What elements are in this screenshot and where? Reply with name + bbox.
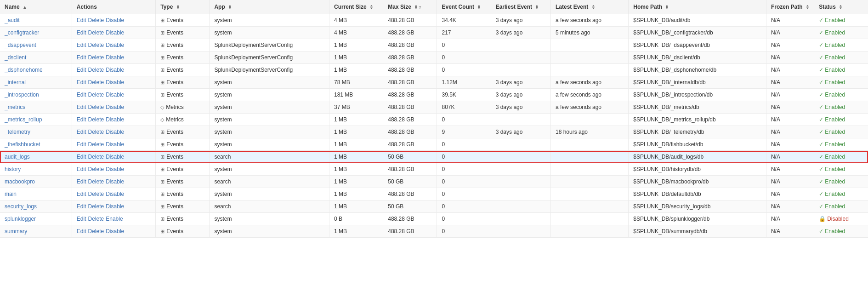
action-disable-button[interactable]: Disable bbox=[106, 104, 124, 110]
cell-latest-event bbox=[550, 64, 628, 76]
action-delete-button[interactable]: Delete bbox=[88, 178, 104, 185]
action-delete-button[interactable]: Delete bbox=[88, 216, 104, 222]
cell-current-size: 1 MB bbox=[329, 151, 383, 163]
col-header-event-count[interactable]: Event Count ⇕ bbox=[437, 0, 491, 14]
action-delete-button[interactable]: Delete bbox=[88, 129, 104, 135]
index-name-link[interactable]: _dsphonehome bbox=[5, 67, 43, 73]
action-disable-button[interactable]: Disable bbox=[106, 178, 124, 185]
action-delete-button[interactable]: Delete bbox=[88, 228, 104, 235]
cell-event-count: 0 bbox=[437, 51, 491, 64]
action-edit-button[interactable]: Edit bbox=[77, 29, 86, 36]
action-edit-button[interactable]: Edit bbox=[77, 141, 86, 148]
cell-frozen-path: N/A bbox=[766, 213, 814, 225]
action-delete-button[interactable]: Delete bbox=[88, 104, 104, 110]
cell-home-path: $SPLUNK_DB/audit_logs/db bbox=[629, 151, 766, 163]
col-header-status[interactable]: Status ⇕ bbox=[814, 0, 868, 14]
cell-name: _thefishbucket bbox=[0, 138, 72, 151]
action-disable-button[interactable]: Disable bbox=[106, 92, 124, 98]
action-disable-button[interactable]: Disable bbox=[106, 79, 124, 86]
index-name-link[interactable]: splunklogger bbox=[5, 216, 36, 222]
col-header-home-path[interactable]: Home Path ⇕ bbox=[629, 0, 766, 14]
cell-name: _metrics_rollup bbox=[0, 114, 72, 126]
action-edit-button[interactable]: Edit bbox=[77, 216, 86, 222]
action-delete-button[interactable]: Delete bbox=[88, 29, 104, 36]
action-delete-button[interactable]: Delete bbox=[88, 54, 104, 61]
index-name-link[interactable]: audit_logs bbox=[5, 154, 30, 160]
index-name-link[interactable]: _internal bbox=[5, 79, 26, 86]
index-name-link[interactable]: _metrics_rollup bbox=[5, 116, 42, 123]
action-edit-button[interactable]: Edit bbox=[77, 191, 86, 197]
action-delete-button[interactable]: Delete bbox=[88, 141, 104, 148]
action-delete-button[interactable]: Delete bbox=[88, 67, 104, 73]
col-header-name[interactable]: Name ▲ bbox=[0, 0, 72, 14]
action-disable-button[interactable]: Disable bbox=[106, 29, 124, 36]
index-name-link[interactable]: macbookpro bbox=[5, 178, 35, 185]
index-name-link[interactable]: history bbox=[5, 166, 21, 172]
action-enable-button[interactable]: Enable bbox=[106, 216, 123, 222]
action-disable-button[interactable]: Disable bbox=[106, 129, 124, 135]
action-disable-button[interactable]: Disable bbox=[106, 141, 124, 148]
action-disable-button[interactable]: Disable bbox=[106, 203, 124, 210]
action-edit-button[interactable]: Edit bbox=[77, 104, 86, 110]
check-icon: ✓ bbox=[819, 154, 823, 160]
cell-current-size: 37 MB bbox=[329, 101, 383, 114]
action-disable-button[interactable]: Disable bbox=[106, 54, 124, 61]
action-edit-button[interactable]: Edit bbox=[77, 54, 86, 61]
cell-home-path: $SPLUNK_DB/_dsphonehome/db bbox=[629, 64, 766, 76]
action-delete-button[interactable]: Delete bbox=[88, 116, 104, 123]
col-header-current-size[interactable]: Current Size ⇕ bbox=[329, 0, 383, 14]
action-delete-button[interactable]: Delete bbox=[88, 17, 104, 23]
index-name-link[interactable]: _metrics bbox=[5, 104, 25, 110]
action-disable-button[interactable]: Disable bbox=[106, 154, 124, 160]
index-name-link[interactable]: _configtracker bbox=[5, 29, 39, 36]
action-disable-button[interactable]: Disable bbox=[106, 228, 124, 235]
action-delete-button[interactable]: Delete bbox=[88, 166, 104, 172]
cell-latest-event bbox=[550, 138, 628, 151]
action-delete-button[interactable]: Delete bbox=[88, 154, 104, 160]
col-header-type[interactable]: Type ⇕ bbox=[156, 0, 210, 14]
action-edit-button[interactable]: Edit bbox=[77, 42, 86, 48]
col-header-frozen-path[interactable]: Frozen Path ⇕ bbox=[766, 0, 814, 14]
action-edit-button[interactable]: Edit bbox=[77, 116, 86, 123]
action-delete-button[interactable]: Delete bbox=[88, 203, 104, 210]
action-edit-button[interactable]: Edit bbox=[77, 178, 86, 185]
status-badge: ✓Enabled bbox=[819, 191, 845, 197]
action-edit-button[interactable]: Edit bbox=[77, 154, 86, 160]
col-header-max-size[interactable]: Max Size ⇕? bbox=[383, 0, 437, 14]
status-badge: ✓Enabled bbox=[819, 29, 845, 36]
index-name-link[interactable]: _telemetry bbox=[5, 129, 30, 135]
index-name-link[interactable]: main bbox=[5, 191, 17, 197]
action-edit-button[interactable]: Edit bbox=[77, 92, 86, 98]
action-edit-button[interactable]: Edit bbox=[77, 17, 86, 23]
action-delete-button[interactable]: Delete bbox=[88, 42, 104, 48]
index-name-link[interactable]: _dsappevent bbox=[5, 42, 36, 48]
cell-current-size: 1 MB bbox=[329, 64, 383, 76]
action-delete-button[interactable]: Delete bbox=[88, 191, 104, 197]
action-edit-button[interactable]: Edit bbox=[77, 79, 86, 86]
action-delete-button[interactable]: Delete bbox=[88, 92, 104, 98]
action-disable-button[interactable]: Disable bbox=[106, 166, 124, 172]
events-icon: ⊞ bbox=[160, 55, 165, 60]
cell-home-path: $SPLUNK_DB/defaultdb/db bbox=[629, 188, 766, 200]
col-header-earliest-event[interactable]: Earliest Event ⇕ bbox=[491, 0, 550, 14]
action-disable-button[interactable]: Disable bbox=[106, 116, 124, 123]
action-disable-button[interactable]: Disable bbox=[106, 67, 124, 73]
action-disable-button[interactable]: Disable bbox=[106, 42, 124, 48]
action-edit-button[interactable]: Edit bbox=[77, 129, 86, 135]
index-name-link[interactable]: _audit bbox=[5, 17, 20, 23]
action-disable-button[interactable]: Disable bbox=[106, 17, 124, 23]
action-edit-button[interactable]: Edit bbox=[77, 228, 86, 235]
action-delete-button[interactable]: Delete bbox=[88, 79, 104, 86]
col-header-app[interactable]: App ⇕ bbox=[210, 0, 329, 14]
index-name-link[interactable]: _introspection bbox=[5, 92, 39, 98]
action-edit-button[interactable]: Edit bbox=[77, 166, 86, 172]
index-name-link[interactable]: summary bbox=[5, 228, 27, 235]
col-header-latest-event[interactable]: Latest Event ⇕ bbox=[550, 0, 628, 14]
index-name-link[interactable]: _thefishbucket bbox=[5, 141, 40, 148]
sort-icon-app: ⇕ bbox=[228, 5, 232, 10]
index-name-link[interactable]: _dsclient bbox=[5, 54, 26, 61]
action-disable-button[interactable]: Disable bbox=[106, 191, 124, 197]
action-edit-button[interactable]: Edit bbox=[77, 203, 86, 210]
action-edit-button[interactable]: Edit bbox=[77, 67, 86, 73]
index-name-link[interactable]: security_logs bbox=[5, 203, 37, 210]
